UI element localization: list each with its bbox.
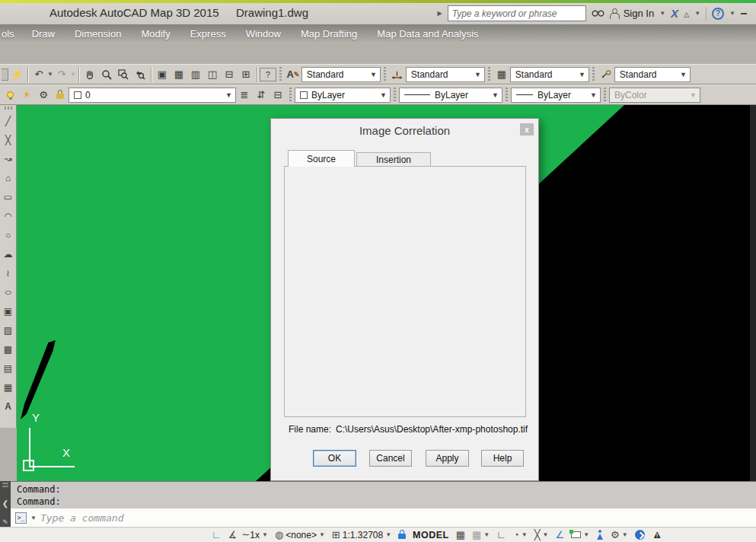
toolbar-grip[interactable] <box>5 107 12 110</box>
ok-button[interactable]: OK <box>313 450 356 467</box>
line-icon[interactable]: ╱ <box>1 111 16 130</box>
chevron-down-icon[interactable]: ▼ <box>677 71 690 78</box>
menu-item-dimension[interactable]: Dimension <box>65 24 131 43</box>
isodraft-axes-icon[interactable]: ∡ <box>228 529 238 540</box>
tool-palettes-icon[interactable]: ⊟ <box>221 66 238 83</box>
infocenter-collapse-icon[interactable] <box>741 13 747 14</box>
polyline-icon[interactable]: ↝ <box>1 149 16 168</box>
toolbar-grip[interactable] <box>384 67 386 82</box>
coordinates-icon[interactable]: ∟ <box>212 529 222 540</box>
region-icon[interactable]: ▤ <box>1 359 16 378</box>
command-history[interactable]: Command: Command: <box>11 481 756 509</box>
polar-tracking-control[interactable]: ◔ ▼ <box>513 529 528 540</box>
graphics-performance-icon[interactable] <box>635 530 645 540</box>
spline-icon[interactable]: ≀ <box>1 263 16 282</box>
ellipse-icon[interactable]: ○ <box>1 282 16 301</box>
tab-source[interactable]: Source <box>288 150 355 167</box>
dimension-style-combo[interactable]: Standard▼ <box>406 67 485 82</box>
layer-lock-icon[interactable] <box>52 87 69 104</box>
circle-icon[interactable]: ○ <box>1 225 16 244</box>
multileader-style-combo[interactable]: Standard▼ <box>614 67 691 82</box>
menu-item-map-drafting[interactable]: Map Drafting <box>291 24 367 43</box>
linetype-combo[interactable]: ByLayer ▼ <box>399 88 502 103</box>
annotation-scale-control[interactable]: ≀ 1x ▼ <box>244 529 267 540</box>
polygon-icon[interactable]: ⌂ <box>1 168 16 187</box>
gradient-icon[interactable]: ▩ <box>1 340 16 359</box>
quick-select-icon[interactable]: ⚡ <box>8 66 25 83</box>
construction-line-icon[interactable]: ╳ <box>1 130 16 149</box>
command-input[interactable] <box>40 512 345 524</box>
layer-on-off-icon[interactable] <box>2 87 18 104</box>
grid-display-control[interactable]: ▦ ▼ <box>472 529 490 540</box>
arc-icon[interactable]: ◠ <box>1 206 16 225</box>
a360-dropdown-icon[interactable]: ▼ <box>694 10 700 17</box>
help-dropdown-icon[interactable]: ▼ <box>729 10 735 17</box>
layer-properties-icon[interactable]: ⚙ <box>35 87 52 104</box>
lock-icon[interactable] <box>398 534 406 539</box>
object-snap-tracking-icon[interactable]: ∠ <box>556 529 565 540</box>
insert-block-icon[interactable]: ▣ <box>1 301 16 320</box>
chevron-down-icon[interactable]: ▼ <box>471 71 484 78</box>
zoom-previous-icon[interactable] <box>132 66 148 83</box>
undo-dropdown-icon[interactable]: ▼ <box>47 71 53 78</box>
chevron-down-icon[interactable]: ▼ <box>587 91 600 99</box>
object-snap-control[interactable]: ╳ ▼ <box>534 529 549 540</box>
lineweight-combo[interactable]: ByLayer ▼ <box>511 88 601 103</box>
table-icon[interactable]: ▦ <box>1 378 16 397</box>
exchange-apps-icon[interactable]: X <box>671 7 678 20</box>
make-layer-current-icon[interactable]: ≣ <box>236 87 253 104</box>
chevron-down-icon[interactable]: ▼ <box>522 531 528 538</box>
viewport-scale-control[interactable]: ⊞ 1:1.32708 ▼ <box>332 529 391 540</box>
rectangle-icon[interactable]: ▭ <box>1 187 16 206</box>
text-style-combo[interactable]: Standard▼ <box>301 67 381 82</box>
coordinate-system-control[interactable]: ◍ <none> ▼ <box>275 529 325 540</box>
toolbar-grip[interactable] <box>592 67 595 82</box>
menu-item-draw[interactable]: Draw <box>22 24 65 43</box>
close-icon[interactable]: x <box>520 123 534 136</box>
toolbar-grip[interactable] <box>289 88 292 103</box>
calculator-icon[interactable]: ⊞ <box>238 66 254 83</box>
search-expand-icon[interactable]: ▶ <box>438 10 442 17</box>
layer-states-icon[interactable]: ⊟ <box>270 87 286 104</box>
search-input[interactable] <box>448 5 586 21</box>
chevron-down-icon[interactable]: ▼ <box>222 91 235 99</box>
menu-item-modify[interactable]: Modify <box>131 24 180 43</box>
chevron-down-icon[interactable]: ▼ <box>489 91 502 99</box>
signin-button[interactable]: Sign In <box>624 8 654 19</box>
redo-dropdown-icon[interactable]: ▼ <box>70 71 76 78</box>
multiline-text-icon[interactable]: A <box>1 397 16 416</box>
layer-combo[interactable]: 0 ▼ <box>69 88 236 103</box>
chevron-down-icon[interactable]: ▼ <box>576 71 589 78</box>
warning-icon[interactable]: ▲! <box>652 529 664 540</box>
chevron-down-icon[interactable]: ▼ <box>367 71 380 78</box>
menu-item-window[interactable]: Window <box>236 24 291 43</box>
named-views-icon[interactable]: ▣ <box>154 66 171 83</box>
properties-palette-icon[interactable]: ◫ <box>204 66 221 83</box>
zoom-window-icon[interactable] <box>115 66 132 83</box>
help-button[interactable]: ? <box>260 68 276 81</box>
revision-cloud-icon[interactable]: ☁ <box>1 244 16 263</box>
redo-icon[interactable]: ↷ <box>53 66 70 83</box>
table-style-combo[interactable]: Standard▼ <box>510 67 589 82</box>
toolbar-grip[interactable] <box>394 88 396 103</box>
model-space-toggle[interactable]: MODEL <box>413 530 449 540</box>
sheet-set-manager-icon[interactable]: ▦ <box>171 66 187 83</box>
toolbar-grip[interactable] <box>279 67 282 82</box>
cancel-button[interactable]: Cancel <box>369 450 412 467</box>
undo-icon[interactable]: ↶ <box>30 66 47 83</box>
signin-dropdown-icon[interactable]: ▼ <box>659 10 665 17</box>
menu-item-express[interactable]: Express <box>180 24 236 43</box>
customize-icon[interactable]: ✎ <box>2 518 8 526</box>
menu-item-tools[interactable]: ols <box>0 24 22 43</box>
apply-button[interactable]: Apply <box>426 450 469 467</box>
command-grip[interactable] <box>2 483 8 489</box>
color-combo[interactable]: ByLayer ▼ <box>295 88 391 103</box>
chevron-down-icon[interactable]: ▼ <box>319 531 325 538</box>
snap-grid-icon[interactable]: ▦ <box>456 529 465 540</box>
ortho-icon[interactable]: ∟ <box>496 529 506 540</box>
markup-set-manager-icon[interactable]: ▥ <box>187 66 204 83</box>
pan-icon[interactable] <box>81 66 98 83</box>
zoom-realtime-icon[interactable] <box>98 66 115 83</box>
annotation-monitor-icon[interactable] <box>596 530 604 540</box>
layer-previous-icon[interactable]: ⇵ <box>253 87 270 104</box>
